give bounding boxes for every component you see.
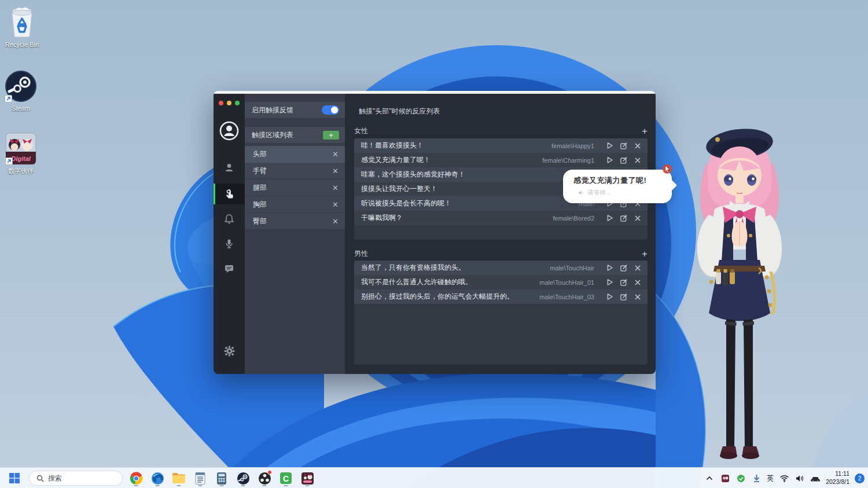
remove-area-button[interactable]: ✕: [332, 218, 339, 225]
taskbar-app-digital-mate[interactable]: [300, 469, 315, 487]
remove-area-button[interactable]: ✕: [332, 167, 339, 175]
sidebar-item-person[interactable]: [214, 157, 245, 178]
remove-area-button[interactable]: ✕: [332, 184, 339, 192]
reaction-row[interactable]: 我可不是什么普通人允许碰触的哦。 male\TouchHair_01: [354, 275, 648, 289]
reaction-text: 听说被摸头是会长不高的呢！: [361, 199, 579, 208]
edit-icon: [620, 142, 628, 150]
close-icon: [634, 279, 641, 286]
touch-area-item[interactable]: 胸部 ✕: [245, 196, 345, 213]
bell-icon: [224, 214, 234, 224]
digital-mate-taskbar-icon: [301, 472, 314, 485]
taskbar-app-chrome[interactable]: [128, 469, 144, 487]
desktop-icon-steam[interactable]: Steam: [0, 69, 46, 112]
edit-button[interactable]: [619, 263, 628, 272]
play-button[interactable]: [605, 263, 614, 272]
edit-button[interactable]: [619, 214, 628, 222]
sidebar-item-avatar[interactable]: [214, 119, 245, 142]
play-icon: [606, 142, 613, 149]
delete-button[interactable]: [633, 141, 642, 150]
play-button[interactable]: [605, 141, 614, 150]
maximize-window-button[interactable]: [235, 101, 240, 105]
play-button[interactable]: [605, 292, 614, 301]
play-icon: [606, 293, 613, 300]
tray-device-icon[interactable]: [810, 473, 821, 483]
delete-button[interactable]: [633, 278, 642, 287]
add-area-button[interactable]: +: [323, 131, 339, 140]
taskbar-app-edge[interactable]: [150, 469, 165, 487]
taskbar-clock[interactable]: 11:11 2023/8/1: [826, 470, 849, 486]
edit-button[interactable]: [619, 141, 628, 150]
edge-icon: [151, 472, 164, 485]
reaction-row[interactable]: 当然了，只有你有资格摸我的头。 male\TouchHair: [354, 260, 648, 275]
play-icon: [606, 214, 613, 222]
edit-icon: [620, 156, 628, 164]
recycle-bin-icon: [6, 7, 38, 39]
taskbar-search[interactable]: 搜索: [29, 471, 123, 486]
touch-area-item[interactable]: 臀部 ✕: [245, 213, 345, 230]
status-speaker-icon: [578, 190, 584, 196]
sidebar-item-chat[interactable]: [214, 258, 245, 279]
gear-icon: [224, 346, 235, 357]
remove-area-button[interactable]: ✕: [332, 151, 339, 158]
volume-icon[interactable]: [795, 473, 805, 483]
delete-button[interactable]: [633, 292, 642, 301]
tray-download-icon[interactable]: [751, 473, 762, 483]
edit-button[interactable]: [619, 278, 628, 287]
edit-button[interactable]: [619, 156, 628, 164]
anime-character[interactable]: [685, 122, 795, 469]
touch-area-item[interactable]: 腿部 ✕: [245, 179, 345, 196]
desktop-icon-digital-mate[interactable]: Digital 数字伙伴: [0, 132, 46, 174]
calculator-icon: [216, 472, 227, 485]
reaction-row[interactable]: 感觉又充满力量了呢！ female\Charming1: [354, 153, 648, 167]
tray-chevron-up-icon[interactable]: [704, 473, 715, 483]
ime-indicator[interactable]: 英: [767, 474, 774, 483]
close-window-button[interactable]: [219, 101, 223, 105]
shortcut-arrow-icon: [5, 157, 13, 165]
toggle-knob: [331, 107, 338, 113]
start-button[interactable]: [8, 472, 21, 485]
app-window: 启用触摸反馈 触摸区域列表 + 头部 ✕ 手臂 ✕: [214, 91, 656, 374]
desktop-icon-recycle-bin[interactable]: Recycle Bin: [0, 7, 47, 48]
reaction-row[interactable]: 哇！最喜欢摸摸头！ female\Happy1: [354, 138, 648, 153]
edit-button[interactable]: [619, 292, 628, 301]
male-section-header: 男性 +: [354, 249, 648, 258]
play-button[interactable]: [605, 214, 614, 222]
delete-button[interactable]: [633, 156, 642, 164]
tray-sync-ok-icon[interactable]: [735, 473, 746, 483]
delete-button[interactable]: [633, 263, 642, 272]
section-title: 女性: [354, 126, 368, 136]
reaction-row[interactable]: 别担心，摸过我的头后，你的运气会大幅提升的。 male\TouchHair_03: [354, 289, 648, 304]
notification-count-badge[interactable]: 2: [855, 474, 865, 483]
taskbar-app-obs[interactable]: [257, 469, 272, 487]
touch-area-item[interactable]: 手臂 ✕: [245, 163, 345, 179]
clash-icon: C: [279, 472, 292, 485]
sidebar-item-touch[interactable]: [214, 184, 245, 204]
sidebar-item-settings[interactable]: [214, 340, 245, 361]
touch-area-item[interactable]: 头部 ✕: [245, 146, 345, 163]
delete-button[interactable]: [633, 214, 642, 222]
play-button[interactable]: [605, 156, 614, 164]
add-reaction-button[interactable]: +: [642, 249, 648, 259]
add-reaction-button[interactable]: +: [642, 126, 648, 136]
play-button[interactable]: [605, 278, 614, 287]
taskbar-app-notepad[interactable]: [193, 469, 208, 487]
reaction-text: 摸摸头让我开心一整天！: [361, 184, 594, 194]
window-controls: [219, 101, 240, 105]
reaction-row[interactable]: 干嘛戳我啊？ female\Bored2: [354, 211, 648, 225]
touch-area-label: 臀部: [253, 217, 267, 226]
taskbar-app-steam[interactable]: [236, 469, 251, 487]
desktop-icon-label: Steam: [12, 105, 30, 112]
remove-area-button[interactable]: ✕: [332, 201, 339, 208]
obs-red-badge: [267, 470, 272, 475]
taskbar-app-clash[interactable]: C: [278, 469, 293, 487]
wifi-icon[interactable]: [779, 473, 789, 483]
enable-feedback-toggle[interactable]: [322, 105, 339, 115]
sidebar-item-notifications[interactable]: [214, 208, 245, 229]
minimize-window-button[interactable]: [227, 101, 231, 105]
taskbar-app-file-explorer[interactable]: [171, 469, 186, 487]
voice-label: male\TouchHair_01: [539, 279, 594, 286]
tray-app-icon[interactable]: [720, 473, 730, 483]
reactions-title: 触摸"头部"时候的反应列表: [359, 107, 440, 116]
taskbar-app-calculator[interactable]: [214, 469, 229, 487]
sidebar-item-microphone[interactable]: [214, 233, 245, 254]
